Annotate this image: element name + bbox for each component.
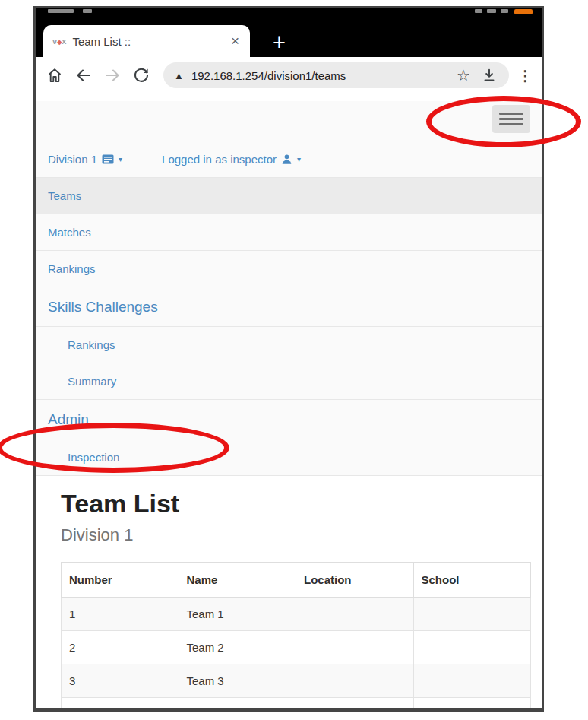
table-cell bbox=[413, 598, 531, 631]
battery-icon bbox=[514, 9, 533, 14]
table-cell bbox=[413, 631, 531, 664]
table-cell: 1 bbox=[62, 598, 179, 631]
chevron-down-icon: ▾ bbox=[297, 155, 301, 163]
status-wifi-icon bbox=[475, 9, 482, 13]
back-icon[interactable] bbox=[74, 65, 93, 85]
table-cell: 3 bbox=[62, 664, 179, 698]
table-body: 1Team 12Team 23Team 34Team 45Team 5 bbox=[62, 598, 531, 712]
nav-item-rankings[interactable]: Rankings bbox=[36, 250, 542, 287]
browser-menu-icon[interactable]: ⋮ bbox=[518, 67, 533, 84]
main-content: Team List Division 1 NumberNameLocationS… bbox=[36, 476, 542, 712]
reload-icon[interactable] bbox=[131, 65, 151, 85]
column-header-school: School bbox=[413, 563, 531, 598]
vex-favicon-icon: v◆x bbox=[52, 36, 66, 46]
table-row: 2Team 2 bbox=[62, 631, 531, 664]
nav-item-skills-challenges[interactable]: Skills Challenges bbox=[36, 287, 542, 326]
android-status-bar bbox=[36, 8, 542, 19]
table-cell: Team 4 bbox=[179, 698, 296, 712]
column-header-number: Number bbox=[62, 563, 179, 598]
security-warning-icon[interactable]: ▲ bbox=[174, 70, 184, 81]
page-subtitle: Division 1 bbox=[61, 525, 531, 545]
browser-toolbar: ▲ 192.168.1.254/division1/teams ☆ ⋮ bbox=[36, 57, 542, 94]
status-notification-icon bbox=[83, 9, 92, 13]
nav-item-rankings[interactable]: Rankings bbox=[36, 326, 542, 363]
url-bar[interactable]: ▲ 192.168.1.254/division1/teams ☆ bbox=[163, 62, 509, 88]
login-dropdown[interactable]: Logged in as inspector ▾ bbox=[162, 153, 301, 166]
new-tab-button[interactable]: + bbox=[273, 32, 286, 54]
table-cell bbox=[296, 598, 414, 631]
status-signal-icon bbox=[487, 9, 496, 13]
tab-close-icon[interactable]: × bbox=[229, 33, 241, 49]
nav-item-matches[interactable]: Matches bbox=[36, 214, 542, 250]
annotation-ellipse-inspection bbox=[0, 423, 229, 473]
table-row: 4Team 4 bbox=[62, 698, 531, 712]
table-cell: Team 1 bbox=[179, 598, 296, 631]
table-cell: 2 bbox=[62, 631, 179, 664]
screenshot-page: v◆x Team List :: × + ▲ 192.168.1.254/div bbox=[0, 0, 588, 720]
page-title: Team List bbox=[61, 488, 531, 519]
site-nav-section: Division 1 ▾ Logged in as inspector ▾ Te… bbox=[36, 101, 542, 476]
login-dropdown-label: Logged in as inspector bbox=[162, 153, 277, 166]
display-icon bbox=[102, 154, 114, 164]
nav-item-teams[interactable]: Teams bbox=[36, 177, 542, 214]
column-header-location: Location bbox=[296, 563, 414, 598]
table-cell bbox=[413, 664, 531, 698]
status-clock-fragment bbox=[48, 9, 74, 13]
table-cell: Team 3 bbox=[179, 664, 296, 698]
user-icon bbox=[281, 154, 292, 165]
table-cell bbox=[296, 631, 414, 664]
column-header-name: Name bbox=[179, 563, 296, 598]
nav-item-summary[interactable]: Summary bbox=[36, 363, 542, 399]
home-icon[interactable] bbox=[45, 65, 65, 85]
chevron-down-icon: ▾ bbox=[119, 155, 122, 163]
table-header-row: NumberNameLocationSchool bbox=[62, 563, 531, 598]
tab-title: Team List :: bbox=[72, 35, 229, 48]
table-cell: 4 bbox=[62, 698, 179, 712]
status-time-icon bbox=[501, 9, 508, 13]
table-cell: Team 2 bbox=[179, 631, 296, 664]
table-row: 1Team 1 bbox=[62, 598, 531, 631]
division-dropdown[interactable]: Division 1 ▾ bbox=[48, 153, 122, 166]
url-text[interactable]: 192.168.1.254/division1/teams bbox=[191, 69, 447, 82]
table-cell bbox=[296, 664, 414, 698]
bookmark-star-icon[interactable]: ☆ bbox=[454, 66, 473, 84]
annotation-ellipse-hamburger bbox=[426, 96, 581, 147]
table-cell bbox=[296, 698, 414, 712]
session-row: Division 1 ▾ Logged in as inspector ▾ bbox=[36, 141, 542, 177]
download-icon[interactable] bbox=[480, 66, 498, 84]
table-row: 3Team 3 bbox=[62, 664, 531, 698]
forward-icon[interactable] bbox=[103, 65, 122, 85]
division-dropdown-label: Division 1 bbox=[48, 153, 97, 166]
team-table: NumberNameLocationSchool 1Team 12Team 23… bbox=[61, 562, 531, 712]
browser-tab[interactable]: v◆x Team List :: × bbox=[43, 25, 250, 57]
tab-strip: v◆x Team List :: × + bbox=[36, 19, 542, 57]
table-cell bbox=[413, 698, 531, 712]
